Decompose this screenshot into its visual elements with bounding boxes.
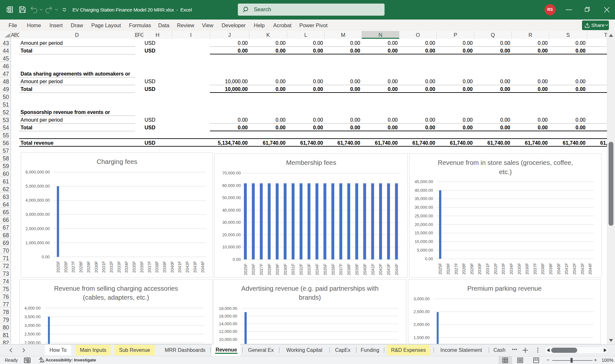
svg-text:2042F: 2042F [378, 263, 383, 275]
svg-text:Revenue from in store sales (g: Revenue from in store sales (groceries, … [438, 159, 573, 166]
svg-text:2033F: 2033F [501, 263, 506, 275]
svg-text:2036F: 2036F [331, 263, 336, 275]
svg-text:2027F: 2027F [259, 263, 264, 275]
svg-text:2032F: 2032F [493, 263, 498, 275]
svg-text:25,000.00: 25,000.00 [415, 214, 433, 218]
svg-text:2027F: 2027F [71, 261, 76, 273]
svg-text:2041F: 2041F [564, 263, 569, 275]
svg-text:2044F: 2044F [588, 263, 593, 275]
svg-text:2044F: 2044F [394, 263, 399, 275]
svg-text:2035F: 2035F [132, 261, 137, 273]
svg-text:1,000,000.00: 1,000,000.00 [26, 240, 50, 245]
svg-text:50,000.00: 50,000.00 [222, 195, 241, 200]
svg-text:2042F: 2042F [185, 261, 190, 273]
svg-text:brands): brands) [299, 294, 321, 301]
svg-text:2037F: 2037F [533, 263, 537, 275]
svg-text:2,000,000.00: 2,000,000.00 [26, 226, 50, 231]
svg-text:45,000.00: 45,000.00 [415, 179, 433, 184]
svg-text:3,000.00: 3,000.00 [24, 323, 40, 328]
svg-text:(cables, adapters, etc.): (cables, adapters, etc.) [83, 294, 149, 301]
svg-text:60,000.00: 60,000.00 [222, 183, 241, 188]
svg-text:14,000.00: 14,000.00 [219, 321, 237, 326]
svg-text:2032F: 2032F [109, 261, 114, 273]
svg-text:Charging fees: Charging fees [97, 158, 137, 165]
svg-text:3,000,000.00: 3,000,000.00 [26, 212, 50, 217]
svg-text:2034F: 2034F [315, 263, 320, 275]
svg-text:2044F: 2044F [200, 261, 205, 273]
svg-text:2031F: 2031F [291, 263, 295, 275]
svg-text:6,000,000.00: 6,000,000.00 [26, 170, 50, 174]
svg-text:1,500.00: 1,500.00 [413, 335, 429, 340]
svg-text:30,000.00: 30,000.00 [415, 205, 433, 210]
svg-text:20,000.00: 20,000.00 [415, 222, 433, 227]
svg-text:2025F: 2025F [56, 261, 61, 273]
svg-text:2033F: 2033F [307, 263, 312, 275]
svg-text:2,000.00: 2,000.00 [413, 322, 429, 327]
svg-text:2036F: 2036F [139, 261, 144, 273]
svg-text:2035F: 2035F [517, 263, 522, 275]
svg-text:2036F: 2036F [525, 263, 529, 275]
svg-text:2039F: 2039F [162, 261, 167, 273]
svg-text:12,000.00: 12,000.00 [219, 329, 237, 334]
svg-text:2035F: 2035F [323, 263, 328, 275]
svg-text:2043F: 2043F [386, 263, 391, 275]
svg-text:2038F: 2038F [540, 263, 545, 275]
svg-text:2031F: 2031F [101, 261, 106, 273]
svg-text:40,000.00: 40,000.00 [415, 188, 433, 193]
svg-text:2,000.00: 2,000.00 [24, 340, 40, 344]
svg-text:2040F: 2040F [362, 263, 367, 275]
svg-text:2029F: 2029F [86, 261, 91, 273]
svg-text:40,000.00: 40,000.00 [222, 208, 241, 213]
svg-text:2042F: 2042F [572, 263, 577, 275]
svg-text:Revenue from selling charging: Revenue from selling charging accessorie… [54, 285, 178, 292]
svg-text:2041F: 2041F [370, 263, 375, 275]
svg-text:2025F: 2025F [243, 263, 248, 275]
svg-text:0.00: 0.00 [233, 257, 241, 262]
svg-text:2034F: 2034F [124, 261, 129, 273]
svg-text:70,000.00: 70,000.00 [222, 171, 241, 175]
svg-text:20,000.00: 20,000.00 [222, 232, 241, 237]
svg-text:5,000.00: 5,000.00 [417, 248, 433, 253]
svg-text:15,000.00: 15,000.00 [415, 231, 433, 235]
svg-text:2037F: 2037F [338, 263, 343, 275]
svg-text:0.00: 0.00 [425, 256, 433, 261]
svg-text:2029F: 2029F [275, 263, 280, 275]
svg-text:3,500.00: 3,500.00 [24, 314, 40, 319]
svg-text:X: X [7, 8, 9, 12]
svg-text:2040F: 2040F [170, 261, 175, 273]
svg-text:2032F: 2032F [299, 263, 303, 275]
svg-text:3,000.00: 3,000.00 [413, 296, 429, 301]
svg-text:2028F: 2028F [461, 263, 466, 275]
svg-text:35,000.00: 35,000.00 [415, 196, 433, 201]
svg-text:2039F: 2039F [354, 263, 359, 275]
svg-text:2043F: 2043F [580, 263, 585, 275]
svg-text:Membership fees: Membership fees [286, 159, 336, 166]
svg-text:Premium parking revenue: Premium parking revenue [467, 285, 542, 292]
svg-text:2025F: 2025F [438, 263, 443, 275]
svg-text:2030F: 2030F [477, 263, 482, 275]
svg-text:4,000,000.00: 4,000,000.00 [26, 198, 50, 203]
svg-text:0.00: 0.00 [42, 255, 50, 259]
svg-text:2,500.00: 2,500.00 [413, 309, 429, 314]
svg-text:2033F: 2033F [117, 261, 121, 273]
svg-text:2028F: 2028F [267, 263, 272, 275]
svg-text:10,000.00: 10,000.00 [415, 239, 433, 244]
svg-text:2027F: 2027F [454, 263, 459, 275]
svg-text:10,000.00: 10,000.00 [222, 245, 241, 249]
svg-text:2026F: 2026F [63, 261, 68, 273]
svg-text:2034F: 2034F [509, 263, 514, 275]
svg-text:18,000.00: 18,000.00 [219, 306, 237, 311]
svg-text:2038F: 2038F [346, 263, 351, 275]
svg-text:Advertising revenue (e.g. paid: Advertising revenue (e.g. paid partnersh… [241, 285, 378, 292]
svg-text:5,000,000.00: 5,000,000.00 [26, 184, 50, 189]
svg-text:2030F: 2030F [94, 261, 99, 273]
svg-text:4,000.00: 4,000.00 [24, 306, 40, 311]
svg-text:2039F: 2039F [548, 263, 553, 275]
svg-text:2031F: 2031F [485, 263, 490, 275]
svg-text:etc.): etc.) [499, 168, 512, 175]
svg-text:2037F: 2037F [147, 261, 152, 273]
svg-text:2,500.00: 2,500.00 [24, 332, 40, 336]
svg-text:2030F: 2030F [283, 263, 288, 275]
svg-text:2041F: 2041F [177, 261, 182, 273]
svg-text:16,000.00: 16,000.00 [219, 314, 237, 319]
